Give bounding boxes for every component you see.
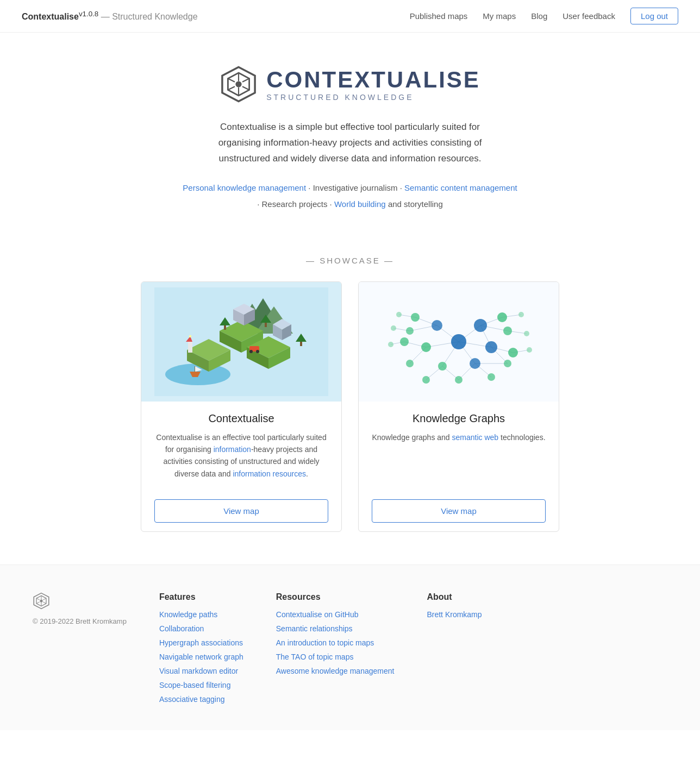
footer-link-semantic-rel[interactable]: Semantic relationships (276, 624, 353, 633)
knowledge-graphs-card: Knowledge Graphs Knowledge graphs and se… (358, 281, 559, 532)
world-illustration (154, 287, 328, 396)
nav-links: Published maps My maps Blog User feedbac… (410, 8, 678, 24)
footer-link-markdown-editor[interactable]: Visual markdown editor (159, 667, 238, 675)
svg-point-91 (527, 347, 532, 353)
knowledge-graphs-card-desc: Knowledge graphs and semantic web techno… (372, 431, 546, 443)
svg-line-7 (228, 86, 235, 90)
footer-link-tao-topic-maps[interactable]: The TAO of topic maps (276, 653, 354, 661)
footer-grid: © 2019-2022 Brett Kromkamp Features Know… (33, 592, 667, 708)
svg-point-85 (406, 360, 414, 367)
svg-line-5 (242, 86, 249, 90)
info-resources-link[interactable]: information resources (233, 469, 306, 478)
svg-point-92 (396, 312, 402, 317)
hero-description: Contextualise is a simple but effective … (209, 120, 491, 167)
svg-point-90 (524, 331, 529, 336)
showcase-header: — SHOWCASE — (0, 256, 700, 265)
hero-links: Personal knowledge management · Investig… (22, 180, 678, 212)
svg-line-102 (36, 602, 40, 604)
svg-rect-27 (188, 342, 192, 353)
info-heavy-link[interactable]: information (214, 445, 251, 454)
svg-point-71 (451, 334, 466, 349)
logout-button[interactable]: Log out (630, 8, 678, 24)
svg-rect-29 (189, 335, 191, 337)
contextualise-view-map-button[interactable]: View map (154, 499, 328, 523)
footer-link-scope-filtering[interactable]: Scope-based filtering (159, 681, 231, 689)
svg-point-80 (508, 348, 518, 357)
svg-point-77 (438, 362, 447, 371)
nav-blog[interactable]: Blog (531, 11, 547, 21)
svg-point-88 (488, 373, 495, 381)
contextualise-card-body: Contextualise Contextualise is an effect… (141, 402, 341, 491)
hero-link-pkm[interactable]: Personal knowledge management (183, 183, 306, 192)
svg-point-89 (518, 312, 524, 317)
footer-about-heading: About (427, 592, 482, 602)
footer-link-brett[interactable]: Brett Kromkamp (427, 610, 482, 619)
contextualise-card: Contextualise Contextualise is an effect… (141, 281, 342, 532)
footer-link-intro-topic-maps[interactable]: An introduction to topic maps (276, 638, 374, 647)
knowledge-graphs-card-image (359, 282, 559, 402)
svg-rect-43 (300, 342, 302, 346)
contextualise-card-image (141, 282, 341, 402)
svg-point-84 (400, 337, 409, 346)
footer-link-knowledge-paths[interactable]: Knowledge paths (159, 610, 217, 619)
svg-point-41 (256, 350, 259, 353)
knowledge-graphs-card-footer: View map (359, 491, 559, 531)
footer-brand: © 2019-2022 Brett Kromkamp (33, 592, 127, 708)
svg-point-76 (421, 342, 431, 352)
nav-published-maps[interactable]: Published maps (410, 11, 468, 21)
footer-link-awesome-knowledge[interactable]: Awesome knowledge management (276, 667, 395, 675)
contextualise-card-desc: Contextualise is an effective tool parti… (154, 431, 328, 480)
svg-point-74 (485, 341, 497, 353)
svg-point-93 (391, 325, 396, 331)
svg-line-103 (36, 598, 40, 600)
svg-rect-21 (224, 325, 226, 330)
svg-rect-23 (265, 323, 267, 327)
nav-brand: Contextualisev1.0.8 — Structured Knowled… (22, 10, 198, 22)
hero-logo: CONTEXTUALISE STRUCTURED KNOWLEDGE (22, 65, 678, 103)
svg-point-72 (474, 319, 487, 332)
nav-my-maps[interactable]: My maps (483, 11, 516, 21)
footer-hex-icon (33, 592, 50, 610)
footer-features-list: Knowledge paths Collaboration Hypergraph… (159, 610, 243, 704)
svg-point-73 (432, 320, 442, 331)
svg-line-8 (228, 79, 235, 82)
hero-link-scm[interactable]: Semantic content management (404, 183, 517, 192)
svg-point-86 (422, 376, 430, 384)
svg-line-4 (242, 79, 249, 82)
svg-point-82 (411, 313, 420, 322)
footer-link-hypergraph[interactable]: Hypergraph associations (159, 638, 243, 647)
footer-resources-heading: Resources (276, 592, 395, 602)
svg-point-81 (504, 360, 511, 367)
nav-user-feedback[interactable]: User feedback (562, 11, 615, 21)
brand-sub: STRUCTURED KNOWLEDGE (266, 93, 480, 102)
footer: © 2019-2022 Brett Kromkamp Features Know… (0, 564, 700, 730)
brand-name: CONTEXTUALISE (266, 67, 480, 93)
footer-resources-col: Resources Contextualise on GitHub Semant… (276, 592, 395, 708)
footer-about-list: Brett Kromkamp (427, 610, 482, 619)
contextualise-card-footer: View map (141, 491, 341, 531)
footer-link-associative-tagging[interactable]: Associative tagging (159, 695, 225, 704)
showcase-grid: Contextualise Contextualise is an effect… (0, 281, 700, 565)
svg-line-100 (43, 602, 46, 604)
footer-copyright: © 2019-2022 Brett Kromkamp (33, 617, 127, 625)
svg-point-78 (497, 312, 507, 322)
hero-section: CONTEXTUALISE STRUCTURED KNOWLEDGE Conte… (0, 33, 700, 234)
footer-link-navigable-graph[interactable]: Navigable network graph (159, 653, 243, 661)
footer-features-heading: Features (159, 592, 243, 602)
contextualise-card-title: Contextualise (154, 412, 328, 425)
semantic-web-link[interactable]: semantic web (452, 433, 499, 442)
knowledge-graphs-card-body: Knowledge Graphs Knowledge graphs and se… (359, 402, 559, 491)
footer-link-github[interactable]: Contextualise on GitHub (276, 610, 359, 619)
footer-features-col: Features Knowledge paths Collaboration H… (159, 592, 243, 708)
svg-point-97 (40, 600, 42, 603)
knowledge-graphs-card-title: Knowledge Graphs (372, 412, 546, 425)
svg-point-2 (236, 81, 242, 87)
svg-point-40 (249, 350, 253, 353)
navbar: Contextualisev1.0.8 — Structured Knowled… (0, 0, 700, 33)
footer-resources-list: Contextualise on GitHub Semantic relatio… (276, 610, 395, 676)
hero-link-world[interactable]: World building (334, 199, 386, 209)
knowledge-graphs-view-map-button[interactable]: View map (372, 499, 546, 523)
footer-link-collaboration[interactable]: Collaboration (159, 624, 204, 633)
svg-point-75 (470, 358, 480, 369)
svg-point-94 (388, 342, 393, 347)
